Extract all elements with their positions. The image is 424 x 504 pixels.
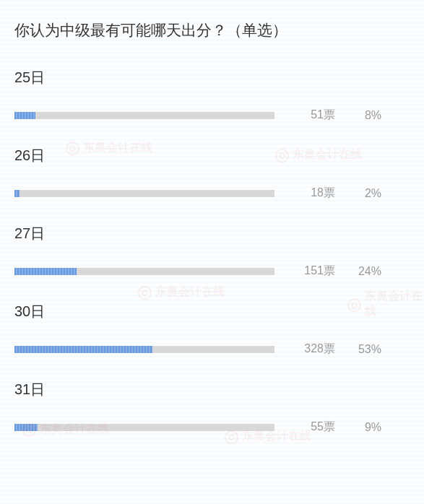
bar-fill <box>14 112 35 119</box>
vote-count: 18票 <box>292 186 335 201</box>
bar-fill <box>14 190 20 197</box>
option-label: 31日 <box>14 380 410 399</box>
option-label: 25日 <box>14 68 410 87</box>
bar-row: 55票 9% <box>14 420 410 435</box>
bar-row: 328票 53% <box>14 342 410 357</box>
poll-title: 你认为中级最有可能哪天出分？（单选） <box>14 20 410 40</box>
bar-track <box>14 424 274 431</box>
poll-item: 31日 55票 9% <box>14 380 410 435</box>
bar-fill <box>14 268 77 275</box>
bar-row: 151票 24% <box>14 264 410 279</box>
option-label: 26日 <box>14 146 410 165</box>
bar-row: 51票 8% <box>14 108 410 123</box>
vote-percent: 8% <box>352 109 381 122</box>
vote-percent: 9% <box>352 421 381 434</box>
vote-percent: 53% <box>352 343 381 356</box>
vote-count: 328票 <box>292 342 335 357</box>
vote-count: 51票 <box>292 108 335 123</box>
vote-percent: 2% <box>352 187 381 200</box>
bar-track <box>14 346 274 353</box>
bar-track <box>14 112 274 119</box>
vote-count: 151票 <box>292 264 335 279</box>
bar-fill <box>14 424 38 431</box>
poll-item: 26日 18票 2% <box>14 146 410 201</box>
bar-row: 18票 2% <box>14 186 410 201</box>
bar-fill <box>14 346 152 353</box>
bar-track <box>14 268 274 275</box>
poll-item: 30日 328票 53% <box>14 302 410 357</box>
option-label: 27日 <box>14 224 410 243</box>
poll-item: 27日 151票 24% <box>14 224 410 279</box>
poll-container: 25日 51票 8% 26日 18票 2% 27日 151票 24% 30日 <box>14 68 410 435</box>
option-label: 30日 <box>14 302 410 321</box>
vote-percent: 24% <box>352 265 381 278</box>
vote-count: 55票 <box>292 420 335 435</box>
poll-item: 25日 51票 8% <box>14 68 410 123</box>
bar-track <box>14 190 274 197</box>
